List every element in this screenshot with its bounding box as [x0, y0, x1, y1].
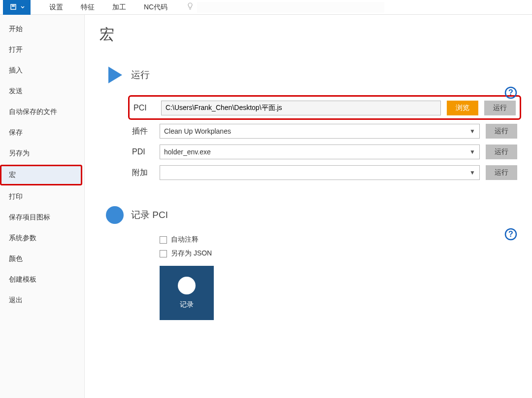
pci-label: PCI	[133, 104, 158, 112]
auto-comment-row[interactable]: 自动注释	[160, 235, 517, 244]
menu-nccode[interactable]: NC代码	[135, 3, 176, 12]
sidebar-item-color[interactable]: 颜色	[0, 249, 84, 269]
sidebar-item-saveicon[interactable]: 保存项目图标	[0, 207, 84, 228]
sidebar-item-print[interactable]: 打印	[0, 186, 84, 207]
plugin-run-button[interactable]: 运行	[486, 124, 517, 139]
pci-input[interactable]	[161, 101, 441, 115]
auto-comment-label: 自动注释	[171, 235, 199, 244]
bulb-icon	[186, 2, 194, 13]
sidebar-item-send[interactable]: 发送	[0, 81, 84, 102]
chevron-down-icon: ▼	[469, 148, 475, 155]
save-json-label: 另存为 JSON	[171, 249, 212, 258]
menu-feature[interactable]: 特征	[72, 3, 103, 12]
sidebar-item-exit[interactable]: 退出	[0, 290, 84, 311]
sidebar-item-macro[interactable]: 宏	[0, 165, 82, 185]
pci-row: PCI 浏览 运行	[133, 101, 516, 115]
menu-settings[interactable]: 设置	[40, 3, 72, 12]
svg-point-2	[106, 206, 124, 224]
sidebar-item-insert[interactable]: 插入	[0, 60, 84, 81]
pdi-label: PDI	[132, 147, 157, 156]
save-json-checkbox[interactable]	[160, 250, 167, 257]
pdi-select-text: holder_env.exe	[164, 148, 211, 156]
pdi-row: PDI holder_env.exe ▼ 运行	[132, 145, 517, 159]
run-section-title: 运行	[131, 69, 150, 81]
record-section: 记录 PCI ? 自动注释 另存为 JSON 记录	[104, 205, 517, 320]
search-wrap	[186, 2, 384, 13]
sidebar-item-saveas[interactable]: 另存为	[0, 143, 84, 164]
content: 宏 运行 ? PCI 浏览 运行 插件	[85, 15, 532, 398]
plugin-select-text: Clean Up Workplanes	[164, 127, 231, 135]
sidebar-item-autosave[interactable]: 自动保存的文件	[0, 102, 84, 122]
save-json-row[interactable]: 另存为 JSON	[160, 249, 517, 258]
plugin-select[interactable]: Clean Up Workplanes ▼	[160, 124, 480, 139]
svg-text:?: ?	[508, 88, 513, 97]
auto-comment-checkbox[interactable]	[160, 236, 167, 244]
plugin-label: 插件	[132, 126, 157, 137]
addon-select[interactable]: ▼	[160, 165, 480, 180]
sidebar: 开始 打开 插入 发送 自动保存的文件 保存 另存为 宏 打印 保存项目图标 系…	[0, 15, 85, 398]
app-menu-icon	[9, 3, 19, 11]
sidebar-item-start[interactable]: 开始	[0, 19, 84, 39]
record-checks: 自动注释 另存为 JSON	[160, 235, 517, 258]
pci-browse-button[interactable]: 浏览	[447, 101, 478, 115]
run-section-head: 运行 ?	[104, 65, 517, 85]
chevron-down-icon	[21, 6, 25, 9]
sidebar-item-save[interactable]: 保存	[0, 122, 84, 143]
main-layout: 开始 打开 插入 发送 自动保存的文件 保存 另存为 宏 打印 保存项目图标 系…	[0, 15, 532, 398]
run-form: PCI 浏览 运行 插件 Clean Up Workplanes ▼ 运行 PD…	[132, 95, 517, 180]
help-icon-record[interactable]: ?	[504, 228, 517, 241]
page-title: 宏	[100, 25, 517, 45]
sidebar-item-open[interactable]: 打开	[0, 39, 84, 60]
menu-machining[interactable]: 加工	[103, 3, 135, 12]
addon-label: 附加	[132, 168, 157, 178]
search-input[interactable]	[197, 2, 384, 13]
chevron-down-icon: ▼	[469, 128, 475, 135]
help-icon-run[interactable]: ?	[504, 86, 517, 99]
addon-row: 附加 ▼ 运行	[132, 165, 517, 180]
top-menubar: 设置 特征 加工 NC代码	[0, 0, 532, 15]
app-menu-button[interactable]	[3, 0, 31, 15]
sidebar-item-template[interactable]: 创建模板	[0, 269, 84, 290]
record-button[interactable]: 记录	[160, 266, 214, 320]
record-circle-icon	[178, 277, 196, 294]
sidebar-item-sysparam[interactable]: 系统参数	[0, 228, 84, 249]
pci-run-button[interactable]: 运行	[484, 101, 516, 115]
record-section-title: 记录 PCI	[131, 209, 168, 221]
pdi-select[interactable]: holder_env.exe ▼	[160, 145, 480, 159]
svg-text:?: ?	[508, 230, 513, 238]
record-icon	[104, 205, 125, 225]
record-section-head: 记录 PCI ?	[104, 205, 517, 225]
pdi-run-button[interactable]: 运行	[486, 145, 517, 159]
addon-run-button[interactable]: 运行	[486, 165, 517, 180]
chevron-down-icon: ▼	[469, 169, 475, 176]
record-button-label: 记录	[180, 300, 194, 309]
plugin-row: 插件 Clean Up Workplanes ▼ 运行	[132, 124, 517, 139]
play-icon	[104, 65, 125, 85]
pci-row-highlight: PCI 浏览 运行	[128, 95, 521, 120]
